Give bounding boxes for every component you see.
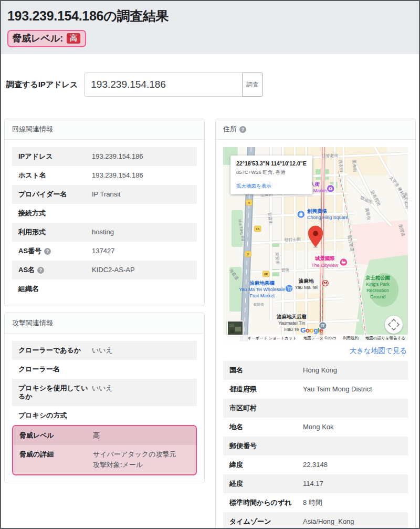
map-data-attribution: 地図データ ©2025 xyxy=(303,336,336,341)
row-prefecture: 都道府県 Yau Tsim Mong District xyxy=(223,380,408,399)
search-button[interactable]: 調査 xyxy=(242,72,263,97)
map-plus-code: 857C+W26 旺角, 香港 xyxy=(236,169,307,176)
svg-text:創興廣場: 創興廣場 xyxy=(307,208,327,214)
row-ip-address: IPアドレス 193.239.154.186 xyxy=(12,147,197,166)
threat-level-badge: 高 xyxy=(67,33,80,44)
threat-level-chip: 脅威レベル: 高 xyxy=(7,30,86,47)
row-timezone: タイムゾーン Asia/Hong_Kong xyxy=(223,512,408,529)
help-icon[interactable] xyxy=(239,126,246,133)
row-threat-detail: 脅威の詳細 サイバーアタックの攻撃元 攻撃対象:メール xyxy=(13,445,196,474)
google-map-embed[interactable]: 5 7A 5 6E 亞皆老街 山東街 xyxy=(223,147,408,341)
satellite-view-toggle[interactable] xyxy=(227,320,244,336)
card-address-header: 住所 xyxy=(216,119,415,140)
map-nathan-road xyxy=(320,147,324,341)
right-column: 住所 xyxy=(215,119,416,529)
row-city: 市区町村 xyxy=(223,399,408,418)
svg-text:油麻地天后廟: 油麻地天后廟 xyxy=(276,314,307,319)
row-longitude: 経度 114.17 xyxy=(223,474,408,493)
svg-text:石龍街: 石龍街 xyxy=(253,303,264,307)
content-columns: 回線関連情報 IPアドレス 193.239.154.186 ホスト名 193.2… xyxy=(1,119,419,529)
row-uses-proxy: プロキシを使用しているか いいえ xyxy=(12,379,197,406)
svg-text:亞皆老街: 亞皆老街 xyxy=(321,153,339,159)
row-proxy-type: プロキシの方式 xyxy=(12,406,197,425)
svg-text:Yaumatei Tin: Yaumatei Tin xyxy=(278,320,305,326)
terms-link[interactable]: 利用規約 xyxy=(343,336,359,341)
svg-text:Hau Te: Hau Te xyxy=(285,327,299,332)
pan-arrows-icon xyxy=(385,316,403,334)
ip-address-input[interactable] xyxy=(84,72,243,97)
row-crawler-name: クローラー名 xyxy=(12,360,197,379)
row-usage-type: 利用形式 hosting xyxy=(12,223,197,242)
svg-text:Fruit Market: Fruit Market xyxy=(249,293,275,298)
threat-level-label: 脅威レベル: xyxy=(12,32,63,45)
row-provider: プロバイダー名 IP Transit xyxy=(12,185,197,204)
svg-text:甘霖街: 甘霖街 xyxy=(267,212,273,225)
svg-text:Ground: Ground xyxy=(370,294,386,299)
page-title: 193.239.154.186の調査結果 xyxy=(7,7,413,25)
page-header: 193.239.154.186の調査結果 脅威レベル: 高 xyxy=(1,1,419,54)
svg-text:King's Park: King's Park xyxy=(366,282,390,287)
row-latitude: 緯度 22.3148 xyxy=(223,455,408,474)
search-form: 調査するIPアドレス 調査 xyxy=(1,54,419,119)
svg-text:東安街: 東安街 xyxy=(275,252,280,265)
row-threat-level: 脅威レベル 高 xyxy=(13,426,196,445)
row-connection-type: 接続方式 xyxy=(12,204,197,223)
svg-text:The Cityview: The Cityview xyxy=(311,263,338,268)
ip-lookup-page: 193.239.154.186の調査結果 脅威レベル: 高 調査するIPアドレス… xyxy=(0,0,420,529)
row-place-name: 地名 Mong Kok xyxy=(223,418,408,437)
map-attribution-bar: キーボード ショートカット 地図データ ©2025 利用規約 地図の誤りを報告す… xyxy=(223,335,408,341)
map-coordinates: 22°18'53.3"N 114°10'12.0"E xyxy=(236,160,307,167)
svg-text:Yau Ma Tei Wholesale: Yau Ma Tei Wholesale xyxy=(239,287,285,292)
map-info-card: 22°18'53.3"N 114°10'12.0"E 857C+W26 旺角, … xyxy=(230,155,312,194)
svg-text:Recreation: Recreation xyxy=(366,288,389,293)
help-icon[interactable] xyxy=(44,248,51,255)
svg-text:城景國際: 城景國際 xyxy=(314,255,335,261)
svg-text:油麻地果欄: 油麻地果欄 xyxy=(249,280,275,286)
threat-highlight-box: 脅威レベル 高 脅威の詳細 サイバーアタックの攻撃元 攻撃対象:メール xyxy=(12,425,197,475)
svg-text:京士柏公園: 京士柏公園 xyxy=(365,275,390,281)
left-column: 回線関連情報 IPアドレス 193.239.154.186 ホスト名 193.2… xyxy=(4,119,205,490)
svg-text:Yau Ma Tei: Yau Ma Tei xyxy=(295,285,318,290)
card-address: 住所 xyxy=(215,119,416,529)
row-organization: 組織名 xyxy=(12,279,197,298)
help-icon[interactable] xyxy=(37,267,44,274)
enlarge-map-link[interactable]: 拡大地図を表示 xyxy=(236,183,271,190)
row-as-number: AS番号 137427 xyxy=(12,242,197,261)
svg-text:6E: 6E xyxy=(264,273,268,276)
map-pan-control[interactable] xyxy=(385,316,403,334)
keyboard-shortcuts-button[interactable]: キーボード ショートカット xyxy=(247,336,297,341)
svg-text:Chong Hing Square: Chong Hing Square xyxy=(307,215,348,220)
search-label: 調査するIPアドレス xyxy=(6,80,78,90)
row-country: 国名 Hong Kong xyxy=(223,361,408,380)
row-utc-offset: 標準時間からのずれ 8 時間 xyxy=(223,493,408,512)
row-as-name: AS名 KIDC2-AS-AP xyxy=(12,261,197,279)
svg-text:碧街: 碧街 xyxy=(281,267,289,273)
row-is-crawler: クローラーであるか いいえ xyxy=(12,341,197,360)
row-postal-code: 郵便番号 xyxy=(223,437,408,455)
card-attack-info: 攻撃関連情報 クローラーであるか いいえ クローラー名 プロキシを使用しているか xyxy=(4,313,205,483)
cart-icon xyxy=(285,285,293,293)
row-host-name: ホスト名 193.239.154.186 xyxy=(12,166,197,185)
card-line-info-header: 回線関連情報 xyxy=(5,119,204,140)
google-logo[interactable]: Google xyxy=(300,326,323,334)
svg-text:7A: 7A xyxy=(256,227,260,231)
card-attack-info-header: 攻撃関連情報 xyxy=(5,313,204,334)
card-line-info: 回線関連情報 IPアドレス 193.239.154.186 ホスト名 193.2… xyxy=(4,119,205,306)
report-map-error-link[interactable]: 地図の誤りを報告する xyxy=(365,336,405,341)
svg-text:油麻地: 油麻地 xyxy=(298,278,314,284)
view-larger-map-link[interactable]: 大きな地図で見る xyxy=(223,341,408,361)
